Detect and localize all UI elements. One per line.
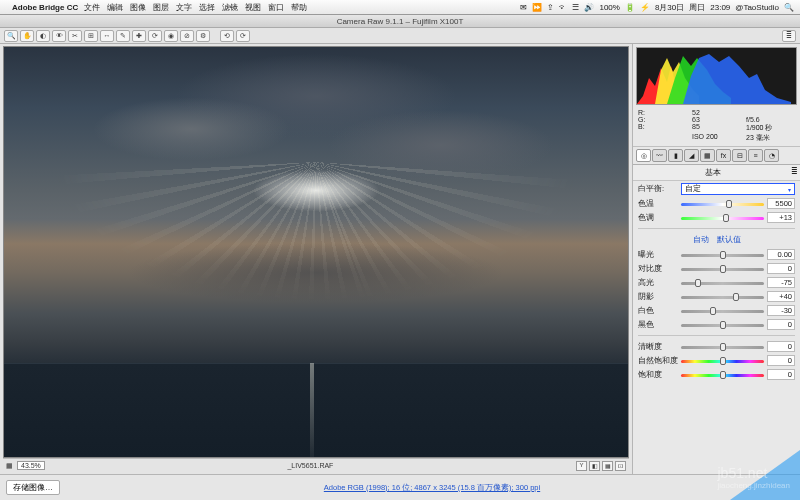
grad-tool[interactable]: ⊘ (180, 30, 194, 42)
redeye-tool[interactable]: ⟳ (148, 30, 162, 42)
clock-date: 8月30日 (655, 2, 684, 13)
menu-select[interactable]: 选择 (199, 2, 215, 13)
sync-icon[interactable]: ⇪ (547, 3, 554, 12)
grid-icon[interactable]: ▦ (602, 461, 613, 471)
footer: 存储图像… Adobe RGB (1998); 16 位; 4867 x 324… (0, 474, 800, 500)
white-value[interactable]: -30 (767, 305, 795, 316)
rotate-ccw-icon[interactable]: ⟲ (220, 30, 234, 42)
sampler-tool[interactable]: 👁 (52, 30, 66, 42)
tab-curve[interactable]: 〰 (652, 149, 667, 162)
black-value[interactable]: 0 (767, 319, 795, 330)
auto-link[interactable]: 自动 (693, 235, 709, 244)
contrast-label: 对比度 (638, 264, 678, 274)
shutter: 1/900 秒 (746, 123, 795, 133)
battery-pct: 100% (599, 3, 619, 12)
preview-reflection (310, 363, 314, 457)
exposure-value[interactable]: 0.00 (767, 249, 795, 260)
highlight-value[interactable]: -75 (767, 277, 795, 288)
preview-canvas[interactable] (3, 46, 629, 458)
temp-label: 色温 (638, 199, 678, 209)
tint-value[interactable]: +13 (767, 212, 795, 223)
menu-filter[interactable]: 滤镜 (222, 2, 238, 13)
vibrance-slider[interactable] (681, 357, 764, 365)
contrast-slider[interactable] (681, 265, 764, 273)
white-label: 白色 (638, 306, 678, 316)
spotlight-icon[interactable]: 🔍 (784, 3, 794, 12)
menu-image[interactable]: 图像 (130, 2, 146, 13)
target-adj-tool[interactable]: ⊞ (84, 30, 98, 42)
wifi-icon[interactable]: ᯤ (559, 3, 567, 12)
charge-icon: ⚡ (640, 3, 650, 12)
black-slider[interactable] (681, 321, 764, 329)
mail-icon[interactable]: ✉ (520, 3, 527, 12)
menu-type[interactable]: 文字 (176, 2, 192, 13)
fastforward-icon[interactable]: ⏩ (532, 3, 542, 12)
menu-help[interactable]: 帮助 (291, 2, 307, 13)
tab-fx[interactable]: fx (716, 149, 731, 162)
radial-tool[interactable]: ◉ (164, 30, 178, 42)
tab-lens[interactable]: ⊟ (732, 149, 747, 162)
toolbar-menu-icon[interactable]: ≣ (782, 30, 796, 42)
tint-slider[interactable] (681, 214, 764, 222)
black-label: 黑色 (638, 320, 678, 330)
crop-tool[interactable]: ✂ (68, 30, 82, 42)
menu-file[interactable]: 文件 (84, 2, 100, 13)
zoom-tool[interactable]: 🔍 (4, 30, 18, 42)
prefs-tool[interactable]: ⚙ (196, 30, 210, 42)
temp-value[interactable]: 5500 (767, 198, 795, 209)
wb-select[interactable]: 自定▾ (681, 183, 795, 195)
tab-split[interactable]: ▦ (700, 149, 715, 162)
save-image-button[interactable]: 存储图像… (6, 480, 60, 495)
macos-menubar: Adobe Bridge CC 文件 编辑 图像 图层 文字 选择 滤镜 视图 … (0, 0, 800, 15)
shadow-slider[interactable] (681, 293, 764, 301)
highlight-slider[interactable] (681, 279, 764, 287)
tab-detail[interactable]: ▮ (668, 149, 683, 162)
sat-slider[interactable] (681, 371, 764, 379)
tab-preset[interactable]: ◔ (764, 149, 779, 162)
battery-icon[interactable]: 🔋 (625, 3, 635, 12)
workflow-link[interactable]: Adobe RGB (1998); 16 位; 4867 x 3245 (15.… (70, 483, 794, 493)
zoom-level[interactable]: 43.5% (17, 461, 45, 470)
focal: 23 毫米 (746, 133, 795, 143)
section-menu-icon[interactable]: ≣ (791, 167, 798, 176)
menu-layer[interactable]: 图层 (153, 2, 169, 13)
compare-icon[interactable]: Y (576, 461, 587, 471)
app-name[interactable]: Adobe Bridge CC (12, 3, 78, 12)
fullscreen-icon[interactable]: ⊡ (615, 461, 626, 471)
preview-sea (4, 363, 628, 457)
contrast-value[interactable]: 0 (767, 263, 795, 274)
menu-view[interactable]: 视图 (245, 2, 261, 13)
tab-hsl[interactable]: ◢ (684, 149, 699, 162)
straighten-tool[interactable]: ↔ (100, 30, 114, 42)
spot-tool[interactable]: ✚ (132, 30, 146, 42)
clarity-slider[interactable] (681, 343, 764, 351)
acr-toolbar: 🔍 ✋ ◐ 👁 ✂ ⊞ ↔ ✎ ✚ ⟳ ◉ ⊘ ⚙ ⟲ ⟳ ≣ (0, 28, 800, 44)
menu-edit[interactable]: 编辑 (107, 2, 123, 13)
brush-tool[interactable]: ✎ (116, 30, 130, 42)
default-link[interactable]: 默认值 (717, 235, 741, 244)
grid-toggle-icon[interactable]: ▦ (6, 462, 13, 470)
tab-basic[interactable]: ◎ (636, 149, 651, 162)
split-icon[interactable]: ◧ (589, 461, 600, 471)
g-label: G: (638, 116, 687, 123)
user-name[interactable]: @TaoStudio (735, 3, 779, 12)
tab-calib[interactable]: ≡ (748, 149, 763, 162)
menu-window[interactable]: 窗口 (268, 2, 284, 13)
clarity-value[interactable]: 0 (767, 341, 795, 352)
sat-value[interactable]: 0 (767, 369, 795, 380)
clock-day: 周日 (689, 2, 705, 13)
histogram[interactable] (636, 47, 797, 105)
aperture: f/5.6 (746, 116, 795, 123)
rotate-cw-icon[interactable]: ⟳ (236, 30, 250, 42)
white-slider[interactable] (681, 307, 764, 315)
svg-marker-3 (683, 54, 791, 104)
vibrance-value[interactable]: 0 (767, 355, 795, 366)
clarity-label: 清晰度 (638, 342, 678, 352)
hand-tool[interactable]: ✋ (20, 30, 34, 42)
list-icon[interactable]: ☰ (572, 3, 579, 12)
wb-tool[interactable]: ◐ (36, 30, 50, 42)
volume-icon[interactable]: 🔊 (584, 3, 594, 12)
exposure-slider[interactable] (681, 251, 764, 259)
temp-slider[interactable] (681, 200, 764, 208)
shadow-value[interactable]: +40 (767, 291, 795, 302)
